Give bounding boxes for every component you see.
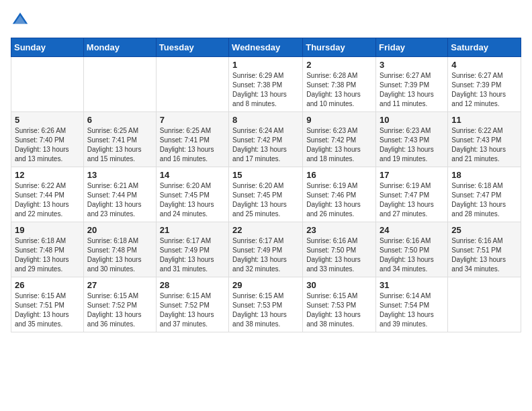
day-header-monday: Monday <box>83 38 156 57</box>
calendar-cell: 19Sunrise: 6:18 AM Sunset: 7:48 PM Dayli… <box>11 222 84 277</box>
calendar-cell: 20Sunrise: 6:18 AM Sunset: 7:48 PM Dayli… <box>83 222 156 277</box>
day-number: 11 <box>451 115 517 125</box>
day-info: Sunrise: 6:25 AM Sunset: 7:41 PM Dayligh… <box>160 126 225 164</box>
day-info: Sunrise: 6:28 AM Sunset: 7:38 PM Dayligh… <box>306 71 372 109</box>
calendar-table: SundayMondayTuesdayWednesdayThursdayFrid… <box>11 38 521 332</box>
day-header-tuesday: Tuesday <box>156 38 228 57</box>
calendar-cell: 14Sunrise: 6:20 AM Sunset: 7:45 PM Dayli… <box>156 167 228 222</box>
logo <box>11 11 32 30</box>
day-info: Sunrise: 6:15 AM Sunset: 7:53 PM Dayligh… <box>306 291 372 329</box>
calendar-cell: 10Sunrise: 6:23 AM Sunset: 7:43 PM Dayli… <box>376 112 448 167</box>
calendar-cell: 9Sunrise: 6:23 AM Sunset: 7:42 PM Daylig… <box>303 112 376 167</box>
day-info: Sunrise: 6:15 AM Sunset: 7:52 PM Dayligh… <box>160 291 225 329</box>
day-info: Sunrise: 6:16 AM Sunset: 7:51 PM Dayligh… <box>451 236 517 274</box>
day-info: Sunrise: 6:21 AM Sunset: 7:44 PM Dayligh… <box>87 181 152 219</box>
day-info: Sunrise: 6:19 AM Sunset: 7:47 PM Dayligh… <box>380 181 444 219</box>
day-info: Sunrise: 6:15 AM Sunset: 7:53 PM Dayligh… <box>232 291 299 329</box>
day-number: 9 <box>306 115 372 125</box>
day-info: Sunrise: 6:23 AM Sunset: 7:42 PM Dayligh… <box>306 126 372 164</box>
day-number: 3 <box>380 60 444 70</box>
calendar-cell: 13Sunrise: 6:21 AM Sunset: 7:44 PM Dayli… <box>83 167 156 222</box>
calendar-cell: 31Sunrise: 6:14 AM Sunset: 7:54 PM Dayli… <box>376 277 448 332</box>
calendar-cell: 15Sunrise: 6:20 AM Sunset: 7:45 PM Dayli… <box>229 167 303 222</box>
calendar-cell: 6Sunrise: 6:25 AM Sunset: 7:41 PM Daylig… <box>83 112 156 167</box>
day-info: Sunrise: 6:18 AM Sunset: 7:48 PM Dayligh… <box>15 236 80 274</box>
day-number: 29 <box>232 280 299 290</box>
calendar-cell: 18Sunrise: 6:18 AM Sunset: 7:47 PM Dayli… <box>448 167 521 222</box>
day-number: 17 <box>380 170 444 180</box>
day-info: Sunrise: 6:16 AM Sunset: 7:50 PM Dayligh… <box>306 236 372 274</box>
day-info: Sunrise: 6:27 AM Sunset: 7:39 PM Dayligh… <box>451 71 517 109</box>
page-header <box>11 11 521 30</box>
logo-icon <box>11 11 30 30</box>
day-number: 18 <box>451 170 517 180</box>
day-number: 28 <box>160 280 225 290</box>
day-number: 1 <box>232 60 299 70</box>
day-info: Sunrise: 6:22 AM Sunset: 7:43 PM Dayligh… <box>451 126 517 164</box>
day-info: Sunrise: 6:17 AM Sunset: 7:49 PM Dayligh… <box>160 236 225 274</box>
calendar-cell: 12Sunrise: 6:22 AM Sunset: 7:44 PM Dayli… <box>11 167 84 222</box>
calendar-cell: 7Sunrise: 6:25 AM Sunset: 7:41 PM Daylig… <box>156 112 228 167</box>
calendar-cell: 29Sunrise: 6:15 AM Sunset: 7:53 PM Dayli… <box>229 277 303 332</box>
day-info: Sunrise: 6:20 AM Sunset: 7:45 PM Dayligh… <box>232 181 299 219</box>
day-info: Sunrise: 6:17 AM Sunset: 7:49 PM Dayligh… <box>232 236 299 274</box>
day-number: 12 <box>15 170 80 180</box>
week-row-4: 19Sunrise: 6:18 AM Sunset: 7:48 PM Dayli… <box>11 222 521 277</box>
day-number: 6 <box>87 115 152 125</box>
calendar-cell: 23Sunrise: 6:16 AM Sunset: 7:50 PM Dayli… <box>303 222 376 277</box>
day-number: 16 <box>306 170 372 180</box>
day-info: Sunrise: 6:15 AM Sunset: 7:51 PM Dayligh… <box>15 291 80 329</box>
calendar-cell <box>448 277 521 332</box>
day-info: Sunrise: 6:27 AM Sunset: 7:39 PM Dayligh… <box>380 71 444 109</box>
day-number: 8 <box>232 115 299 125</box>
calendar-cell: 25Sunrise: 6:16 AM Sunset: 7:51 PM Dayli… <box>448 222 521 277</box>
day-number: 31 <box>380 280 444 290</box>
calendar-cell: 30Sunrise: 6:15 AM Sunset: 7:53 PM Dayli… <box>303 277 376 332</box>
day-number: 20 <box>87 225 152 235</box>
day-info: Sunrise: 6:23 AM Sunset: 7:43 PM Dayligh… <box>380 126 444 164</box>
day-number: 15 <box>232 170 299 180</box>
calendar-cell: 22Sunrise: 6:17 AM Sunset: 7:49 PM Dayli… <box>229 222 303 277</box>
day-number: 30 <box>306 280 372 290</box>
calendar-header-row: SundayMondayTuesdayWednesdayThursdayFrid… <box>11 38 521 57</box>
calendar-cell: 16Sunrise: 6:19 AM Sunset: 7:46 PM Dayli… <box>303 167 376 222</box>
day-number: 10 <box>380 115 444 125</box>
day-info: Sunrise: 6:18 AM Sunset: 7:48 PM Dayligh… <box>87 236 152 274</box>
calendar-cell: 2Sunrise: 6:28 AM Sunset: 7:38 PM Daylig… <box>303 57 376 112</box>
day-header-wednesday: Wednesday <box>229 38 303 57</box>
calendar-cell <box>83 57 156 112</box>
day-info: Sunrise: 6:19 AM Sunset: 7:46 PM Dayligh… <box>306 181 372 219</box>
week-row-1: 1Sunrise: 6:29 AM Sunset: 7:38 PM Daylig… <box>11 57 521 112</box>
day-number: 4 <box>451 60 517 70</box>
day-header-thursday: Thursday <box>303 38 376 57</box>
day-info: Sunrise: 6:20 AM Sunset: 7:45 PM Dayligh… <box>160 181 225 219</box>
day-number: 26 <box>15 280 80 290</box>
day-number: 22 <box>232 225 299 235</box>
day-info: Sunrise: 6:29 AM Sunset: 7:38 PM Dayligh… <box>232 71 299 109</box>
day-header-friday: Friday <box>376 38 448 57</box>
calendar-cell: 17Sunrise: 6:19 AM Sunset: 7:47 PM Dayli… <box>376 167 448 222</box>
day-info: Sunrise: 6:15 AM Sunset: 7:52 PM Dayligh… <box>87 291 152 329</box>
calendar-cell: 8Sunrise: 6:24 AM Sunset: 7:42 PM Daylig… <box>229 112 303 167</box>
calendar-cell: 3Sunrise: 6:27 AM Sunset: 7:39 PM Daylig… <box>376 57 448 112</box>
day-info: Sunrise: 6:24 AM Sunset: 7:42 PM Dayligh… <box>232 126 299 164</box>
week-row-2: 5Sunrise: 6:26 AM Sunset: 7:40 PM Daylig… <box>11 112 521 167</box>
calendar-cell: 28Sunrise: 6:15 AM Sunset: 7:52 PM Dayli… <box>156 277 228 332</box>
day-number: 23 <box>306 225 372 235</box>
week-row-5: 26Sunrise: 6:15 AM Sunset: 7:51 PM Dayli… <box>11 277 521 332</box>
day-number: 14 <box>160 170 225 180</box>
calendar-cell: 1Sunrise: 6:29 AM Sunset: 7:38 PM Daylig… <box>229 57 303 112</box>
calendar-cell: 4Sunrise: 6:27 AM Sunset: 7:39 PM Daylig… <box>448 57 521 112</box>
day-header-saturday: Saturday <box>448 38 521 57</box>
day-info: Sunrise: 6:14 AM Sunset: 7:54 PM Dayligh… <box>380 291 444 329</box>
day-number: 7 <box>160 115 225 125</box>
calendar-cell: 24Sunrise: 6:16 AM Sunset: 7:50 PM Dayli… <box>376 222 448 277</box>
calendar-cell <box>156 57 228 112</box>
day-info: Sunrise: 6:22 AM Sunset: 7:44 PM Dayligh… <box>15 181 80 219</box>
day-number: 27 <box>87 280 152 290</box>
day-number: 13 <box>87 170 152 180</box>
calendar-cell: 5Sunrise: 6:26 AM Sunset: 7:40 PM Daylig… <box>11 112 84 167</box>
day-number: 5 <box>15 115 80 125</box>
day-number: 24 <box>380 225 444 235</box>
day-number: 2 <box>306 60 372 70</box>
